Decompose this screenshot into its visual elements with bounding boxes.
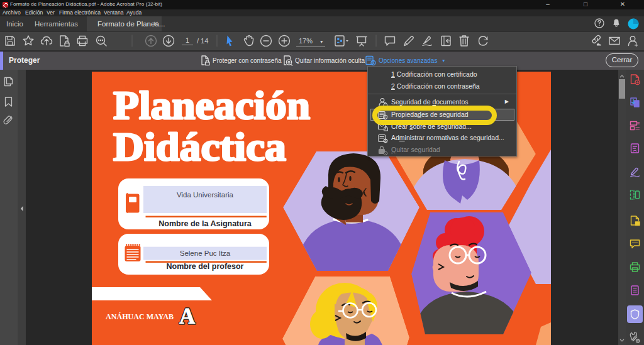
svg-text:Nombre de la Asignatura: Nombre de la Asignatura xyxy=(158,219,252,228)
svg-text:Vida Universitaria: Vida Universitaria xyxy=(177,191,234,199)
svg-text:Selene Puc Itza: Selene Puc Itza xyxy=(180,249,231,257)
svg-text:Didáctica: Didáctica xyxy=(113,124,286,169)
svg-text:ANÁHUAC MAYAB: ANÁHUAC MAYAB xyxy=(106,312,174,321)
svg-text:Nombre del profesor: Nombre del profesor xyxy=(167,262,244,271)
svg-text:A: A xyxy=(179,304,196,329)
svg-text:Planeación: Planeación xyxy=(113,83,310,128)
